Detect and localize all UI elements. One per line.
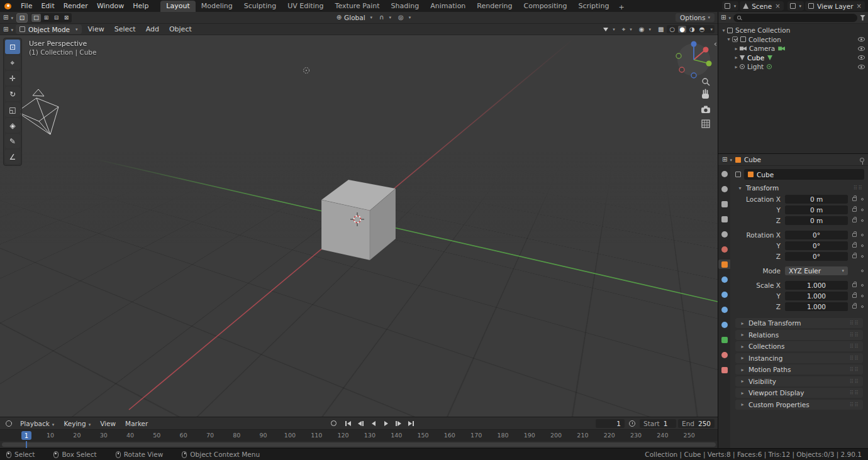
workspace-tab[interactable]: Sculpting xyxy=(238,1,282,12)
snapping-dropdown[interactable]: ∪ xyxy=(377,14,393,21)
play-button[interactable] xyxy=(381,419,391,428)
drag-handle-icon[interactable] xyxy=(850,378,859,385)
gizmo-x-axis[interactable] xyxy=(703,47,709,53)
location-y-field[interactable]: 0 m xyxy=(785,205,848,214)
filter-icon[interactable] xyxy=(860,15,865,21)
timeline-ruler[interactable]: 1 10203040506070809010011012013014015016… xyxy=(0,429,718,441)
selectability-dropdown[interactable] xyxy=(603,27,615,32)
frame-end-field[interactable]: End 250 xyxy=(678,419,715,428)
play-reverse-button[interactable] xyxy=(368,419,379,428)
properties-tab[interactable] xyxy=(718,320,730,329)
disclosure-icon[interactable] xyxy=(725,36,732,42)
properties-tab[interactable] xyxy=(718,184,730,194)
shading-wireframe-button[interactable]: ○ xyxy=(669,26,677,33)
toolbar-tool[interactable]: ⊡ xyxy=(5,40,20,54)
app-menu[interactable]: Render xyxy=(59,1,92,11)
gizmo-z-axis[interactable] xyxy=(691,41,697,47)
workspace-tab[interactable]: Scripting xyxy=(572,1,615,12)
animate-dot[interactable] xyxy=(861,270,864,272)
toolbar-tool[interactable]: ↻ xyxy=(5,87,20,101)
outliner-row-cube[interactable]: Cube xyxy=(718,53,868,63)
animate-dot[interactable] xyxy=(861,244,864,247)
drag-handle-icon[interactable] xyxy=(850,355,859,361)
editor-type-button[interactable]: ⊞ xyxy=(3,14,13,21)
jump-to-start-button[interactable] xyxy=(343,419,353,428)
animate-dot[interactable] xyxy=(861,209,864,211)
scale-z-field[interactable]: 1.000 xyxy=(785,302,848,311)
timeline-menu[interactable]: Playback xyxy=(16,419,58,428)
editor-type-button[interactable]: ⊞ xyxy=(3,26,13,33)
app-menu[interactable]: Window xyxy=(92,1,128,11)
lock-icon[interactable] xyxy=(852,305,857,309)
app-menu[interactable]: Help xyxy=(128,1,153,11)
timeline-editor-type-button[interactable] xyxy=(6,420,12,427)
outliner-row-light[interactable]: Light xyxy=(718,62,868,72)
drag-handle-icon[interactable] xyxy=(850,320,859,326)
animate-dot[interactable] xyxy=(861,305,864,308)
workspace-tab[interactable]: Compositing xyxy=(518,1,573,12)
blender-logo-icon[interactable] xyxy=(3,3,13,10)
camera-view-button[interactable] xyxy=(701,106,710,114)
hide-toggle-eye[interactable] xyxy=(858,47,865,51)
disclosure-icon[interactable] xyxy=(720,28,727,33)
rotation-y-field[interactable]: 0° xyxy=(785,241,848,250)
properties-tab[interactable] xyxy=(718,199,730,209)
workspace-tab[interactable]: Modeling xyxy=(196,1,238,12)
properties-panel-collapsed[interactable]: Viewport Display xyxy=(735,388,863,398)
properties-panel-collapsed[interactable]: Collections xyxy=(735,341,863,351)
viewport-3d[interactable]: User Perspective (1) Collection | Cube ⊡… xyxy=(0,35,718,417)
properties-tab[interactable] xyxy=(718,275,730,284)
toolbar-tool[interactable]: ∠ xyxy=(5,150,20,164)
rotation-mode-select[interactable]: XYZ Euler xyxy=(785,266,848,275)
properties-panel-collapsed[interactable]: Visibility xyxy=(735,376,863,386)
drag-handle-icon[interactable] xyxy=(854,185,863,191)
toolbar-tool[interactable]: ⌖ xyxy=(5,55,20,70)
animate-dot[interactable] xyxy=(861,255,864,258)
lock-icon[interactable] xyxy=(852,208,857,212)
xray-toggle[interactable]: ▩ xyxy=(658,26,664,33)
pin-icon[interactable] xyxy=(860,158,864,162)
properties-panel-collapsed[interactable]: Delta Transform xyxy=(735,318,863,328)
toolbar-tool[interactable]: ✎ xyxy=(5,134,20,148)
select-mode-button[interactable]: ⊞ xyxy=(42,14,51,22)
disclosure-icon[interactable] xyxy=(733,55,740,60)
properties-tab[interactable] xyxy=(718,260,730,269)
outliner-editor-type-button[interactable]: ⊞ xyxy=(721,14,731,21)
lock-icon[interactable] xyxy=(852,283,857,287)
scene-browse-button[interactable] xyxy=(722,1,739,11)
outliner-row-collection[interactable]: Collection xyxy=(718,35,868,45)
cube-object[interactable] xyxy=(321,180,396,260)
options-button[interactable]: Options xyxy=(676,13,715,22)
scene-selector[interactable]: Scene × xyxy=(740,1,783,11)
hide-toggle-eye[interactable] xyxy=(858,55,865,60)
animate-dot[interactable] xyxy=(861,295,864,297)
overlays-dropdown[interactable]: ◉ xyxy=(639,26,651,33)
properties-panel-collapsed[interactable]: Instancing xyxy=(735,353,863,363)
rotation-z-field[interactable]: 0° xyxy=(785,252,848,261)
gizmo-z-neg[interactable] xyxy=(691,73,696,78)
rotation-x-field[interactable]: 0° xyxy=(785,231,848,239)
viewport-menu[interactable]: Select xyxy=(111,25,140,34)
properties-tab[interactable] xyxy=(718,290,730,299)
collection-checkbox[interactable] xyxy=(732,36,738,42)
select-mode-button[interactable]: □ xyxy=(31,14,41,22)
drag-handle-icon[interactable] xyxy=(850,390,859,396)
lock-icon[interactable] xyxy=(852,197,857,201)
current-frame-field[interactable]: 1 xyxy=(596,419,625,428)
shading-material-button[interactable]: ◑ xyxy=(688,26,696,33)
browse-icon[interactable] xyxy=(735,172,741,177)
properties-panel-collapsed[interactable]: Relations xyxy=(735,330,863,340)
animate-dot[interactable] xyxy=(861,234,864,236)
gizmo-y-axis[interactable] xyxy=(706,61,712,67)
prev-keyframe-button[interactable] xyxy=(355,419,366,428)
timeline-menu[interactable]: Keying xyxy=(60,419,94,428)
object-name-field[interactable]: Cube xyxy=(744,169,864,180)
disclosure-icon[interactable] xyxy=(733,46,740,52)
properties-panel-collapsed[interactable]: Motion Paths xyxy=(735,364,863,375)
shading-solid-button[interactable]: ● xyxy=(678,26,686,33)
workspace-tab[interactable]: UV Editing xyxy=(282,1,329,12)
toolbar-tool[interactable]: ◱ xyxy=(5,102,20,117)
ortho-toggle-button[interactable] xyxy=(702,120,709,128)
drag-handle-icon[interactable] xyxy=(850,332,859,338)
properties-tab[interactable] xyxy=(718,365,730,375)
